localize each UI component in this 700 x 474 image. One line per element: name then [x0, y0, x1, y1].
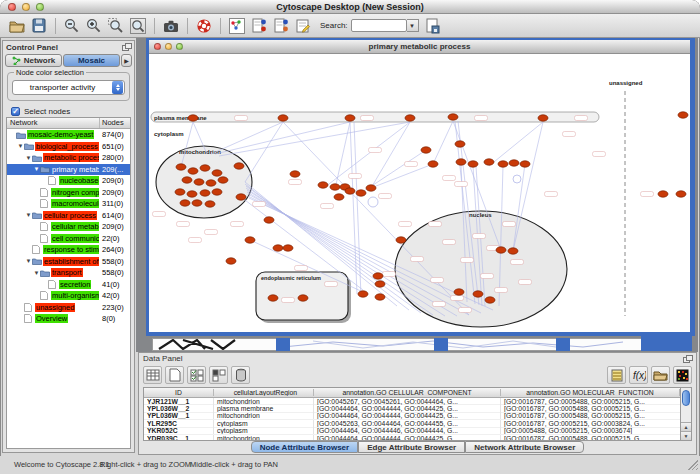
network-node[interactable] — [180, 200, 190, 206]
tab-network[interactable]: Network — [5, 54, 62, 67]
column-header[interactable]: ID — [144, 389, 214, 396]
network-node[interactable] — [485, 297, 495, 303]
network-node[interactable] — [200, 165, 210, 171]
annotation-icon[interactable] — [293, 16, 313, 36]
snapshot-camera-icon[interactable] — [161, 16, 181, 36]
select-nodes-checkbox[interactable]: ✓ — [11, 107, 20, 116]
network-node[interactable] — [318, 182, 328, 188]
zoom-fit-icon[interactable] — [128, 16, 148, 36]
heatmap-icon[interactable] — [673, 366, 692, 384]
network-node[interactable] — [468, 161, 478, 167]
background-window-fragment[interactable] — [641, 336, 692, 351]
background-window-fragment[interactable] — [556, 338, 570, 351]
tab-edge-attribute-browser[interactable]: Edge Attribute Browser — [358, 441, 465, 453]
network-node[interactable] — [205, 201, 215, 207]
tree-expand-icon[interactable]: ▼ — [17, 143, 24, 149]
network-node[interactable] — [508, 248, 518, 254]
network-canvas[interactable]: plasma membranecytoplasmmitochondrionnuc… — [149, 54, 690, 332]
network-node[interactable] — [283, 245, 293, 251]
scroll-down-arrow[interactable]: ▼ — [681, 431, 691, 440]
network-node[interactable] — [218, 177, 228, 183]
tree-expand-icon[interactable]: ▼ — [25, 155, 32, 161]
tree-item[interactable]: response to stimulu264(0) — [7, 244, 130, 256]
network-node[interactable] — [678, 112, 688, 118]
network-node[interactable] — [658, 191, 668, 197]
tree-item[interactable]: ▼cellular process614(0) — [7, 210, 130, 222]
zoom-in-icon[interactable] — [84, 16, 104, 36]
select-attributes-icon[interactable] — [187, 366, 206, 384]
tree-item[interactable]: ▼primary metabo209(... — [7, 164, 130, 176]
network-overview-icon[interactable] — [227, 16, 247, 36]
function-builder-icon[interactable]: f(x) — [629, 366, 648, 384]
import-attributes-folder-icon[interactable] — [651, 366, 670, 384]
table-scrollbar[interactable]: ▲ ▼ — [680, 388, 691, 440]
tree-column-nodes[interactable]: Nodes — [100, 118, 130, 128]
network-node[interactable] — [330, 184, 340, 190]
network-node[interactable] — [375, 281, 385, 287]
delete-attribute-trash-icon[interactable] — [231, 366, 250, 384]
network-node[interactable] — [290, 171, 300, 177]
network-node[interactable] — [428, 161, 438, 167]
network-node[interactable] — [245, 237, 255, 243]
network-node[interactable] — [298, 295, 308, 301]
network-node[interactable] — [498, 161, 508, 167]
save-icon[interactable] — [29, 16, 49, 36]
node-color-dropdown[interactable]: transporter activity — [12, 80, 125, 95]
network-node[interactable] — [188, 115, 198, 121]
tree-item[interactable]: ▼transport558(0) — [7, 267, 130, 279]
zoom-out-icon[interactable] — [62, 16, 82, 36]
network-node[interactable] — [448, 114, 458, 120]
tree-item[interactable]: Overview8(0) — [7, 313, 130, 325]
network-node[interactable] — [334, 194, 344, 200]
float-panel-icon[interactable] — [122, 43, 131, 51]
tab-network-attribute-browser[interactable]: Network Attribute Browser — [465, 441, 584, 453]
table-row[interactable]: YDR039C__1mitochondrion[GO:0044464, GO:0… — [144, 435, 680, 440]
network-node[interactable] — [484, 159, 494, 165]
column-header[interactable]: annotation.GO CELLULAR_COMPONENT — [314, 389, 501, 396]
tree-expand-icon[interactable]: ▼ — [33, 166, 40, 172]
column-header[interactable]: _cellularLayoutRegion — [214, 389, 314, 396]
tree-item[interactable]: unassigned223(0) — [7, 302, 130, 314]
network-node[interactable] — [206, 180, 216, 186]
open-icon[interactable] — [7, 16, 27, 36]
network-node[interactable] — [356, 190, 366, 196]
scroll-up-arrow[interactable]: ▲ — [681, 422, 691, 431]
network-node[interactable] — [345, 115, 355, 121]
network-node[interactable] — [509, 160, 519, 166]
background-window-fragment[interactable] — [276, 338, 290, 351]
network-node[interactable] — [212, 189, 222, 195]
network-node[interactable] — [358, 291, 368, 297]
network-node[interactable] — [194, 179, 204, 185]
tree-item[interactable]: multi-organism pro42(0) — [7, 290, 130, 302]
network-node[interactable] — [455, 141, 465, 147]
network-node[interactable] — [520, 161, 530, 167]
network-node[interactable] — [182, 177, 192, 183]
network-node[interactable] — [226, 258, 236, 264]
tree-item[interactable]: mosaic-demo-yeast874(0) — [7, 129, 130, 141]
network-node[interactable] — [421, 147, 431, 153]
network-node[interactable] — [454, 289, 464, 295]
tree-item[interactable]: nucleobase-209(0) — [7, 175, 130, 187]
attribute-matrix-icon[interactable] — [607, 366, 626, 384]
network-node[interactable] — [366, 185, 376, 191]
tree-expand-icon[interactable]: ▼ — [25, 212, 32, 218]
tree-item[interactable]: ▼biological_process651(0) — [7, 141, 130, 153]
network-node[interactable] — [278, 115, 288, 121]
network-node[interactable] — [538, 115, 548, 121]
background-window-fragment[interactable] — [434, 338, 448, 351]
tree-item[interactable]: ▼establishment of lo558(0) — [7, 256, 130, 268]
tree-column-network[interactable]: Network — [7, 118, 100, 128]
import-node-attributes-icon[interactable] — [249, 16, 269, 36]
help-ring-icon[interactable] — [194, 16, 214, 36]
column-header[interactable]: annotation.GO MOLECULAR_FUNCTION — [501, 389, 680, 396]
search-input[interactable] — [351, 19, 407, 32]
network-node[interactable] — [200, 190, 210, 196]
float-data-panel-icon[interactable] — [683, 355, 692, 363]
tree-item[interactable]: macromolecule311(0) — [7, 198, 130, 210]
network-node[interactable] — [175, 189, 185, 195]
network-node[interactable] — [268, 295, 278, 301]
network-node[interactable] — [188, 168, 198, 174]
tab-mosaic[interactable]: Mosaic — [63, 54, 120, 67]
tree-item[interactable]: cellular metabol209(0) — [7, 221, 130, 233]
network-window-titlebar[interactable]: primary metabolic process — [149, 40, 690, 54]
